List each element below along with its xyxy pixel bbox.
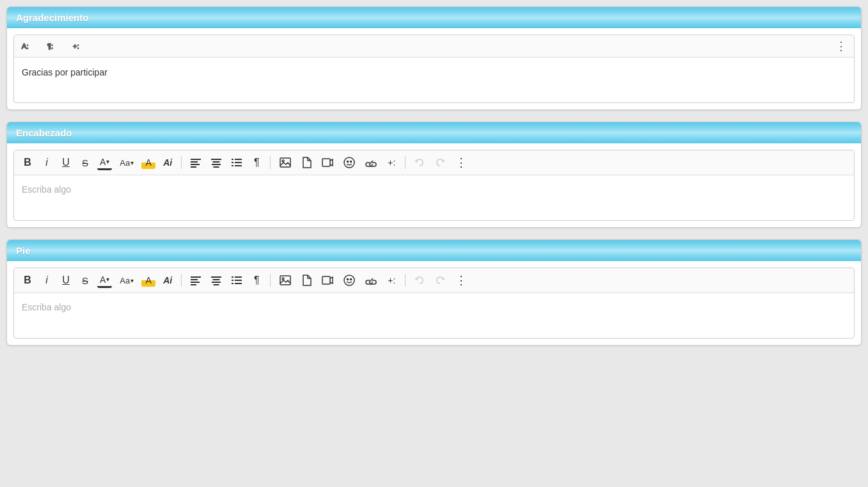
align-center-button[interactable] xyxy=(209,156,224,169)
svg-rect-31 xyxy=(214,284,219,285)
encabezado-content[interactable]: Escriba algo xyxy=(14,175,854,220)
highlight-button[interactable]: A xyxy=(141,156,155,169)
svg-rect-4 xyxy=(191,161,198,163)
video-button[interactable] xyxy=(319,157,336,168)
link-button[interactable] xyxy=(363,157,379,168)
svg-point-39 xyxy=(282,278,284,280)
svg-rect-38 xyxy=(280,276,290,285)
emoji-button[interactable] xyxy=(341,156,358,170)
italic-button[interactable]: i xyxy=(40,156,54,170)
pie-video-button[interactable] xyxy=(319,275,336,286)
pie-image-button[interactable] xyxy=(277,273,294,287)
ai-button[interactable]: Ai xyxy=(161,156,175,169)
pie-content[interactable]: Escriba algo xyxy=(14,293,854,338)
pie-align-center-button[interactable] xyxy=(209,274,224,287)
image-button[interactable] xyxy=(277,156,294,170)
file-button[interactable] xyxy=(299,156,314,170)
svg-rect-3 xyxy=(191,159,201,160)
font-size-icon[interactable]: A: xyxy=(20,40,33,52)
svg-rect-35 xyxy=(235,280,242,281)
svg-rect-9 xyxy=(212,164,221,165)
encabezado-section: Encabezado B i U S A Aa A Ai xyxy=(6,122,862,228)
pie-file-button[interactable] xyxy=(299,273,314,287)
agradecimiento-editor: A: ¶: +: ⋮ Gracias por participar xyxy=(13,35,855,103)
svg-rect-14 xyxy=(235,162,242,163)
agradecimiento-body: A: ¶: +: ⋮ Gracias por participar xyxy=(7,28,861,109)
svg-text:+:: +: xyxy=(73,42,79,50)
svg-rect-6 xyxy=(191,166,196,168)
bold-button[interactable]: B xyxy=(20,156,35,170)
font-size-button[interactable]: Aa xyxy=(117,157,136,169)
pie-header: Pie xyxy=(7,240,861,261)
pie-paragraph-mark-button[interactable]: ¶ xyxy=(249,273,264,287)
list-button[interactable] xyxy=(229,156,244,169)
underline-button[interactable]: U xyxy=(59,156,73,170)
pie-font-color-button[interactable]: A xyxy=(97,273,112,288)
pie-divider-2 xyxy=(270,274,271,287)
svg-rect-24 xyxy=(191,276,201,278)
agradecimiento-content[interactable]: Gracias por participar xyxy=(14,58,854,102)
svg-rect-8 xyxy=(213,161,220,163)
svg-point-43 xyxy=(351,279,352,280)
pie-divider-3 xyxy=(405,274,406,287)
pie-redo-button[interactable] xyxy=(432,274,448,287)
svg-rect-37 xyxy=(235,283,242,284)
pie-align-left-button[interactable] xyxy=(188,274,203,287)
paragraph-icon[interactable]: ¶: xyxy=(46,40,59,52)
pie-link-button[interactable] xyxy=(363,275,379,286)
pie-highlight-button[interactable]: A xyxy=(141,274,155,287)
pie-more-options-btn[interactable]: ⋮ xyxy=(453,272,470,289)
svg-rect-11 xyxy=(232,159,233,160)
strikethrough-button[interactable]: S xyxy=(78,156,92,170)
add-button[interactable]: +: xyxy=(384,156,398,169)
divider-1 xyxy=(181,156,182,169)
pie-body: B i U S A Aa A Ai ¶ xyxy=(7,261,861,345)
pie-underline-button[interactable]: U xyxy=(59,273,73,287)
paragraph-mark-button[interactable]: ¶ xyxy=(249,156,264,170)
pie-italic-button[interactable]: i xyxy=(40,273,54,287)
svg-rect-27 xyxy=(191,284,196,285)
agradecimiento-text: Gracias por participar xyxy=(22,67,107,77)
pie-title: Pie xyxy=(16,245,31,256)
pie-strikethrough-button[interactable]: S xyxy=(78,274,92,287)
svg-rect-26 xyxy=(191,282,200,283)
svg-rect-13 xyxy=(232,162,233,163)
pie-list-button[interactable] xyxy=(229,274,244,287)
svg-rect-29 xyxy=(213,279,220,280)
agradecimiento-toolbar: A: ¶: +: ⋮ xyxy=(14,35,854,58)
add-icon[interactable]: +: xyxy=(72,40,84,52)
svg-rect-33 xyxy=(235,276,242,278)
pie-divider-1 xyxy=(181,274,182,287)
svg-rect-25 xyxy=(191,279,198,280)
encabezado-placeholder: Escriba algo xyxy=(22,184,71,195)
font-color-button[interactable]: A xyxy=(97,156,112,170)
pie-undo-button[interactable] xyxy=(412,274,427,287)
more-options-btn[interactable]: ⋮ xyxy=(453,154,470,171)
pie-bold-button[interactable]: B xyxy=(20,273,35,287)
svg-point-22 xyxy=(351,161,352,163)
pie-ai-button[interactable]: Ai xyxy=(161,274,175,287)
svg-point-41 xyxy=(344,275,354,285)
pie-emoji-button[interactable] xyxy=(341,273,358,287)
svg-rect-5 xyxy=(191,164,200,165)
svg-rect-34 xyxy=(232,280,233,281)
encabezado-toolbar: B i U S A Aa A Ai xyxy=(14,150,854,175)
align-left-button[interactable] xyxy=(188,156,203,169)
redo-button[interactable] xyxy=(432,156,448,169)
svg-rect-19 xyxy=(322,159,330,166)
pie-add-button[interactable]: +: xyxy=(384,274,398,287)
pie-placeholder: Escriba algo xyxy=(22,302,71,312)
svg-rect-16 xyxy=(235,165,242,166)
pie-font-size-button[interactable]: Aa xyxy=(117,275,136,287)
svg-rect-28 xyxy=(211,276,221,278)
svg-text:A:: A: xyxy=(22,42,29,50)
svg-point-21 xyxy=(347,161,349,163)
pie-section: Pie B i U S A Aa A Ai xyxy=(6,239,862,346)
svg-point-20 xyxy=(344,157,354,168)
svg-rect-15 xyxy=(232,165,233,166)
svg-rect-12 xyxy=(235,159,242,160)
svg-rect-32 xyxy=(232,276,233,278)
encabezado-header: Encabezado xyxy=(7,122,861,143)
more-options-icon[interactable]: ⋮ xyxy=(835,39,848,53)
undo-button[interactable] xyxy=(412,156,427,169)
